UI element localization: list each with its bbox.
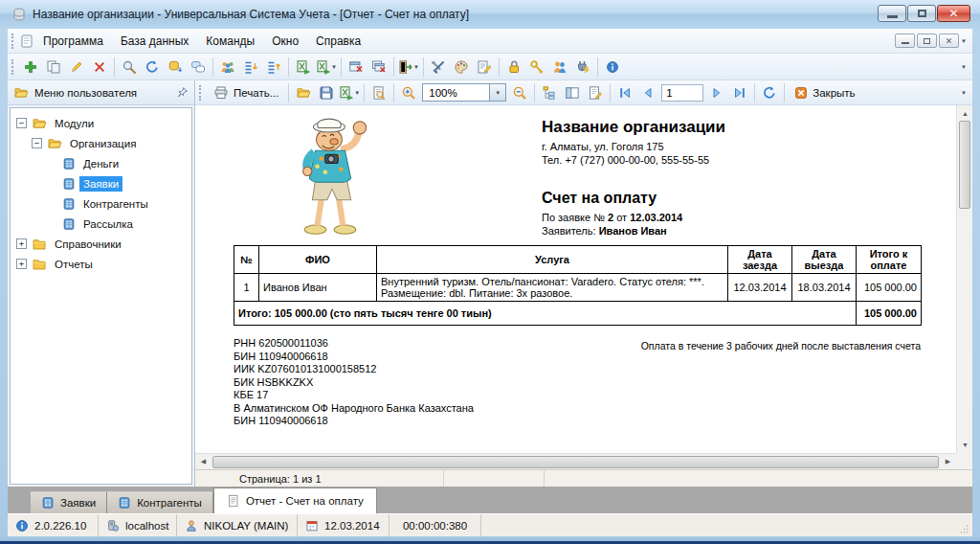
data-stack-icon[interactable] bbox=[167, 59, 183, 75]
copy-icon[interactable] bbox=[46, 59, 61, 75]
save-report-icon[interactable] bbox=[319, 85, 334, 101]
collapse-tree-icon[interactable] bbox=[243, 59, 258, 75]
vertical-scrollbar[interactable]: ▲ ▼ bbox=[956, 105, 972, 453]
edit-page-icon[interactable] bbox=[588, 85, 603, 101]
add-icon[interactable] bbox=[23, 59, 38, 75]
scroll-up-icon[interactable]: ▲ bbox=[957, 105, 973, 122]
tourist-cartoon-image bbox=[281, 115, 381, 243]
app-icon bbox=[11, 7, 27, 22]
close-window-icon[interactable] bbox=[348, 59, 364, 75]
menu-help[interactable]: Справка bbox=[307, 31, 369, 52]
mdi-minimize-button[interactable] bbox=[895, 34, 915, 48]
zoom-in-icon[interactable] bbox=[401, 85, 416, 101]
tree-item-moduli[interactable]: − Модули bbox=[11, 113, 191, 133]
menu-program[interactable]: Программа bbox=[34, 31, 112, 52]
comments-icon[interactable] bbox=[190, 59, 206, 75]
expand-expander[interactable]: + bbox=[16, 238, 27, 249]
close-button[interactable]: ✕ bbox=[937, 5, 970, 22]
page-layout-icon[interactable] bbox=[565, 85, 580, 101]
user-icon bbox=[185, 519, 198, 533]
export-report-icon[interactable] bbox=[339, 85, 354, 101]
edit-icon[interactable] bbox=[69, 59, 84, 75]
scroll-down-icon[interactable]: ▼ bbox=[957, 437, 973, 453]
toolbar-overflow-icon[interactable]: ▼ bbox=[961, 64, 972, 70]
key-icon[interactable] bbox=[529, 59, 545, 75]
folder-icon bbox=[13, 85, 29, 101]
tree-item-otchety[interactable]: + Отчеты bbox=[11, 254, 191, 274]
search-icon[interactable] bbox=[122, 59, 137, 75]
zoom-dropdown-icon[interactable]: ▼ bbox=[489, 84, 505, 101]
mdi-close-button[interactable]: ✕ bbox=[939, 34, 959, 48]
invoice-table: № ФИО Услуга Дата заезда Дата выезда Ито… bbox=[234, 245, 922, 326]
folder-open-icon bbox=[32, 116, 47, 131]
vertical-scroll-thumb[interactable] bbox=[959, 121, 970, 209]
palette-icon[interactable] bbox=[454, 59, 469, 75]
expand-tree-icon[interactable] bbox=[266, 59, 281, 75]
zoom-select[interactable]: 100% ▼ bbox=[422, 83, 506, 102]
tab-kontragenty[interactable]: Контрагенты bbox=[107, 491, 213, 513]
tree-item-organizaciya[interactable]: − Организация bbox=[11, 133, 191, 153]
expand-expander[interactable]: + bbox=[16, 259, 27, 269]
menubar-grip[interactable] bbox=[11, 34, 13, 49]
report-toolbar-grip[interactable] bbox=[199, 85, 201, 101]
first-page-icon[interactable] bbox=[617, 85, 633, 101]
last-page-icon[interactable] bbox=[732, 85, 747, 101]
horizontal-scrollbar[interactable]: ◀ ▶ bbox=[195, 453, 956, 469]
toolbar-grip[interactable] bbox=[11, 59, 13, 75]
restore-button[interactable] bbox=[907, 5, 936, 22]
invoice-title: Счет на оплату bbox=[542, 190, 657, 207]
collapse-expander[interactable]: − bbox=[16, 118, 27, 128]
minimize-button[interactable] bbox=[878, 5, 906, 22]
resize-grip[interactable] bbox=[958, 523, 970, 535]
main-toolbar: ▼ ▼ ▼ bbox=[8, 54, 972, 80]
export-excel-menu-icon[interactable] bbox=[316, 59, 331, 75]
refresh-report-icon[interactable] bbox=[762, 85, 777, 101]
close-report-icon bbox=[794, 86, 808, 100]
table-row: 1 Иванов Иван Внутренний туризм. Отель/п… bbox=[234, 274, 922, 302]
menu-database[interactable]: База данных bbox=[112, 31, 197, 52]
preview-icon[interactable] bbox=[371, 85, 387, 101]
settings-tools-icon[interactable] bbox=[431, 59, 446, 75]
horizontal-scroll-thumb[interactable] bbox=[212, 456, 939, 468]
scroll-left-icon[interactable]: ◀ bbox=[195, 454, 212, 470]
mdi-restore-button[interactable] bbox=[917, 34, 937, 48]
connection-icon[interactable] bbox=[575, 59, 590, 75]
tree-item-spravochniki[interactable]: + Справочники bbox=[11, 234, 191, 254]
info-icon[interactable] bbox=[606, 60, 619, 74]
print-button[interactable]: Печать... bbox=[207, 81, 285, 104]
prev-page-icon[interactable] bbox=[640, 85, 656, 101]
menubar-overflow-icon[interactable]: ▼ bbox=[961, 38, 967, 44]
status-user: NIKOLAY (MAIN) bbox=[177, 514, 298, 536]
report-toolbar-overflow-icon[interactable]: ▼ bbox=[961, 90, 972, 96]
zoom-out-icon[interactable] bbox=[512, 85, 527, 101]
scroll-right-icon[interactable]: ▶ bbox=[940, 454, 956, 470]
users-icon[interactable] bbox=[220, 59, 235, 75]
close-report-button[interactable]: Закрыть bbox=[788, 81, 861, 104]
next-page-icon[interactable] bbox=[709, 85, 724, 101]
tree-item-zayavki[interactable]: Заявки bbox=[11, 173, 191, 193]
report-page-icon bbox=[227, 494, 240, 508]
refresh-icon[interactable] bbox=[145, 59, 160, 75]
table-icon bbox=[118, 496, 131, 510]
menu-commands[interactable]: Команды bbox=[197, 31, 263, 52]
open-report-icon[interactable] bbox=[296, 85, 311, 101]
tree-item-rassylka[interactable]: Рассылка bbox=[11, 214, 191, 234]
user-accounts-icon[interactable] bbox=[552, 59, 568, 75]
mdi-system-icon[interactable] bbox=[19, 34, 34, 49]
page-number-input[interactable] bbox=[661, 84, 703, 102]
tab-report[interactable]: Отчет - Счет на оплату bbox=[213, 487, 377, 513]
pin-icon[interactable] bbox=[176, 86, 189, 99]
lock-icon[interactable] bbox=[506, 59, 522, 75]
tree-item-kontragenty[interactable]: Контрагенты bbox=[11, 193, 191, 214]
report-structure-icon[interactable] bbox=[542, 85, 557, 101]
export-excel-icon[interactable] bbox=[296, 59, 311, 75]
tab-zayavki[interactable]: Заявки bbox=[31, 491, 107, 513]
page-status: Страница: 1 из 1 bbox=[239, 473, 322, 485]
collapse-expander[interactable]: − bbox=[32, 138, 42, 148]
menu-window[interactable]: Окно bbox=[263, 31, 307, 52]
delete-icon[interactable] bbox=[92, 59, 107, 75]
exit-icon[interactable] bbox=[398, 59, 413, 75]
close-all-windows-icon[interactable] bbox=[371, 59, 387, 75]
tree-item-dengi[interactable]: Деньги bbox=[11, 153, 191, 173]
form-editor-icon[interactable] bbox=[477, 59, 492, 75]
